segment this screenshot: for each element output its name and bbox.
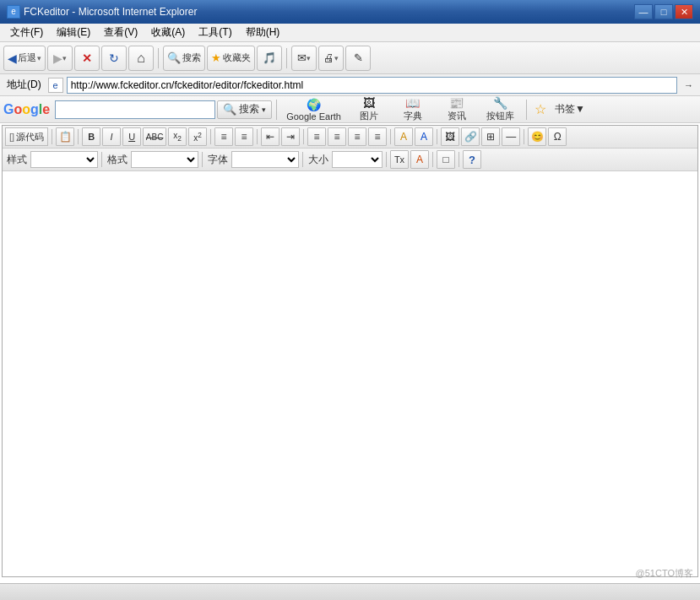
fck-justify-button[interactable]: ≡	[368, 127, 387, 146]
fck-smiley-button[interactable]: 😊	[528, 127, 546, 146]
fck-extra-2[interactable]: A	[410, 150, 429, 169]
fck-outdent-button[interactable]: ⇤	[261, 127, 279, 146]
print-button[interactable]: 🖨 ▾	[318, 46, 344, 71]
fck-color-button[interactable]: A	[394, 127, 413, 146]
fck-toolbar2-sep-6	[459, 152, 459, 167]
fck-align-left-button[interactable]: ≡	[307, 127, 326, 146]
fck-sep-7	[437, 129, 437, 144]
buttons-icon: 🔧	[493, 96, 507, 110]
google-toolbar: Google 🔍 搜索 ▾ 🌍 Google Earth 🖼 图片 📖 字典 📰…	[0, 96, 700, 123]
google-earth-button[interactable]: 🌍 Google Earth	[281, 98, 346, 122]
size-label: 大小	[307, 153, 330, 167]
maximize-button[interactable]: □	[654, 4, 673, 19]
fck-align-right-button[interactable]: ≡	[348, 127, 366, 146]
watermark: @51CTO博客	[636, 567, 693, 579]
search-icon: 🔍	[223, 103, 236, 116]
fck-italic-button[interactable]: I	[102, 127, 121, 146]
fck-indent-button[interactable]: ⇥	[281, 127, 300, 146]
google-separator-1	[276, 100, 277, 120]
fck-toolbar-1: [] 源代码 📋 B I U ABC x2 x2	[3, 126, 697, 149]
home-button[interactable]: ⌂	[128, 46, 154, 71]
fck-toolbar2-sep-5	[432, 152, 433, 167]
google-news-button[interactable]: 📰 资讯	[436, 98, 478, 122]
ie-icon: e	[7, 5, 20, 19]
window-title: FCKeditor - Microsoft Internet Explorer	[24, 6, 634, 18]
google-dict-button[interactable]: 📖 字典	[392, 98, 434, 122]
close-button[interactable]: ✕	[675, 4, 693, 19]
fck-bold-button[interactable]: B	[82, 127, 100, 146]
toolbar-separator-2	[286, 48, 287, 68]
fck-toolbar2-sep-2	[202, 152, 203, 167]
fck-sep-2	[78, 129, 79, 144]
menu-help[interactable]: 帮助(H)	[239, 24, 287, 41]
google-search-input[interactable]	[55, 100, 215, 119]
fck-help-button[interactable]: ?	[463, 150, 481, 169]
fck-align-center-button[interactable]: ≡	[328, 127, 346, 146]
menu-bar: 文件(F) 编辑(E) 查看(V) 收藏(A) 工具(T) 帮助(H)	[0, 24, 700, 42]
menu-view[interactable]: 查看(V)	[97, 24, 144, 41]
fck-sep-8	[524, 129, 524, 144]
fck-extra-1[interactable]: Tx	[390, 150, 409, 169]
fck-table-button[interactable]: ⊞	[481, 127, 500, 146]
fck-toolbar-2: 样式 格式 字体 大小 Tx A □ ?	[3, 149, 697, 171]
fck-sep-4	[257, 129, 258, 144]
font-label: 字体	[206, 153, 230, 167]
toolbar-separator-1	[158, 48, 159, 68]
page-icon: e	[48, 78, 63, 93]
format-select[interactable]	[131, 151, 198, 168]
style-label: 样式	[5, 153, 29, 167]
menu-tools[interactable]: 工具(T)	[192, 24, 238, 41]
fck-toolbar2-sep-1	[101, 152, 102, 167]
fck-source-button[interactable]: [] 源代码	[5, 127, 48, 146]
font-select[interactable]	[231, 151, 299, 168]
fck-unordered-list-button[interactable]: ≡	[214, 127, 233, 146]
search-button[interactable]: 🔍 搜索	[163, 46, 205, 71]
images-icon: 🖼	[363, 96, 375, 110]
address-label: 地址(D)	[3, 78, 45, 92]
stop-button[interactable]: ✕	[74, 46, 100, 71]
google-images-button[interactable]: 🖼 图片	[348, 98, 390, 122]
fck-underline-button[interactable]: U	[122, 127, 141, 146]
menu-edit[interactable]: 编辑(E)	[50, 24, 97, 41]
fck-image-button[interactable]: 🖼	[441, 127, 459, 146]
fck-toolbar2-sep-4	[386, 152, 387, 167]
favorites-button[interactable]: ★ 收藏夹	[207, 46, 255, 71]
fck-toolbar2-sep-3	[302, 152, 303, 167]
edit-button[interactable]: ✎	[345, 46, 371, 71]
fck-content-area[interactable]	[3, 171, 697, 576]
mail-button[interactable]: ✉ ▾	[291, 46, 317, 71]
fck-ordered-list-button[interactable]: ≡	[235, 127, 253, 146]
google-bookmarks[interactable]: 书签▼	[555, 102, 585, 116]
dict-icon: 📖	[405, 96, 420, 110]
media-button[interactable]: 🎵	[257, 46, 282, 71]
fck-sep-5	[303, 129, 304, 144]
fck-bgcolor-button[interactable]: A	[415, 127, 433, 146]
fck-special-char-button[interactable]: Ω	[548, 127, 567, 146]
minimize-button[interactable]: —	[634, 4, 653, 19]
fck-subscript-button[interactable]: x2	[168, 127, 187, 146]
news-icon: 📰	[449, 96, 464, 110]
forward-button[interactable]: ▶ ▾	[47, 46, 73, 71]
style-select[interactable]	[30, 151, 98, 168]
fck-superscript-button[interactable]: x2	[188, 127, 207, 146]
format-label: 格式	[106, 153, 129, 167]
google-star[interactable]: ☆	[534, 101, 546, 117]
google-search-button[interactable]: 🔍 搜索 ▾	[217, 100, 272, 119]
fck-hr-button[interactable]: —	[502, 127, 520, 146]
fck-link-button[interactable]: 🔗	[461, 127, 480, 146]
fck-sep-3	[210, 129, 211, 144]
refresh-button[interactable]: ↻	[101, 46, 127, 71]
fck-paste-button[interactable]: 📋	[56, 127, 74, 146]
menu-file[interactable]: 文件(F)	[3, 24, 50, 41]
fck-strikethrough-button[interactable]: ABC	[143, 127, 166, 146]
size-select[interactable]	[332, 151, 383, 168]
address-input[interactable]	[67, 77, 677, 94]
back-button[interactable]: ◀ 后退 ▾	[3, 46, 46, 71]
address-bar: 地址(D) e →	[0, 74, 700, 96]
title-bar: e FCKeditor - Microsoft Internet Explore…	[0, 0, 700, 24]
google-buttons-button[interactable]: 🔧 按钮库	[480, 98, 522, 122]
menu-favorites[interactable]: 收藏(A)	[144, 24, 192, 41]
fck-extra-3[interactable]: □	[437, 150, 455, 169]
go-button[interactable]: →	[681, 80, 697, 90]
fckeditor-container: [] 源代码 📋 B I U ABC x2 x2	[2, 125, 698, 577]
